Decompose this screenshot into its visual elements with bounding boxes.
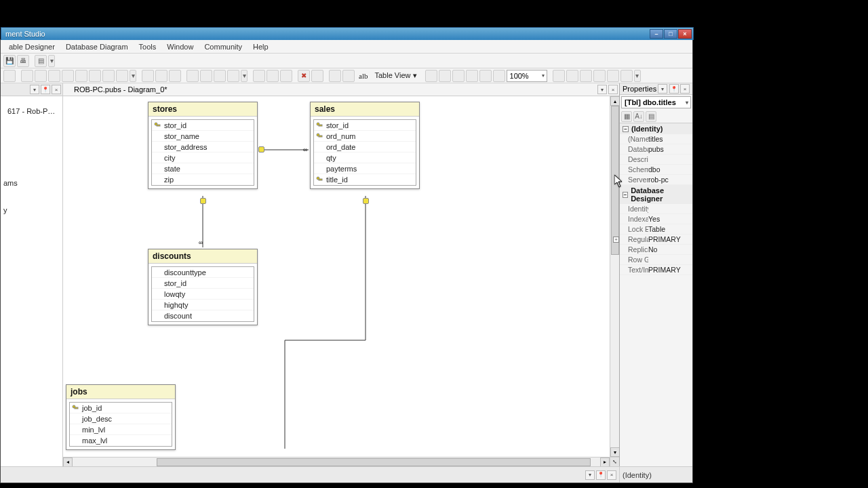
toolbar-btn[interactable] bbox=[142, 70, 154, 82]
column-discounttype[interactable]: discounttype bbox=[152, 267, 254, 278]
menu-table-designer[interactable]: able Designer bbox=[3, 41, 60, 52]
column-stor-id[interactable]: stor_id bbox=[152, 278, 254, 289]
categorized-icon[interactable]: ▦ bbox=[621, 111, 632, 122]
toolbar-btn[interactable] bbox=[466, 70, 478, 82]
close-icon[interactable]: × bbox=[607, 470, 616, 480]
menu-window[interactable]: Window bbox=[161, 41, 199, 52]
scroll-down-icon[interactable]: ▾ bbox=[610, 447, 620, 457]
column-lowqty[interactable]: lowqty bbox=[152, 289, 254, 300]
column-job-id[interactable]: job_id bbox=[70, 403, 172, 413]
dropdown-icon[interactable]: ▾ bbox=[634, 70, 641, 82]
column-stor-id[interactable]: stor_id bbox=[152, 120, 254, 131]
column-job-desc[interactable]: job_desc bbox=[70, 413, 172, 424]
column-title-id[interactable]: title_id bbox=[314, 174, 416, 185]
pin-icon[interactable]: 📍 bbox=[41, 85, 50, 94]
scroll-thumb[interactable] bbox=[611, 106, 619, 255]
dropdown-icon[interactable]: ▾ bbox=[241, 70, 248, 82]
property-server-name[interactable]: Server Nrob-pc bbox=[620, 175, 692, 185]
toolbar-btn[interactable] bbox=[3, 70, 16, 82]
pin-icon[interactable]: 📍 bbox=[669, 84, 679, 94]
column-highqty[interactable]: highqty bbox=[152, 300, 254, 310]
toolbar-btn[interactable] bbox=[493, 70, 505, 82]
toolbar-btn[interactable] bbox=[553, 70, 565, 82]
column-discount[interactable]: discount bbox=[152, 310, 254, 321]
toolbar-btn[interactable] bbox=[214, 70, 226, 82]
properties-object-selector[interactable]: [Tbl] dbo.titles bbox=[621, 96, 691, 108]
toolbar-btn[interactable] bbox=[227, 70, 239, 82]
toolbar-btn[interactable] bbox=[62, 70, 74, 82]
toolbar-btn[interactable] bbox=[116, 70, 128, 82]
table-jobs[interactable]: jobs job_id job_desc min_lvl max_lvl bbox=[66, 384, 176, 450]
scroll-right-icon[interactable]: ▸ bbox=[600, 458, 610, 467]
close-icon[interactable]: × bbox=[608, 85, 618, 94]
toolbar-btn[interactable] bbox=[580, 70, 592, 82]
toolbar-btn[interactable] bbox=[48, 70, 60, 82]
toolbar-btn[interactable] bbox=[607, 70, 619, 82]
menu-community[interactable]: Community bbox=[199, 41, 248, 52]
dropdown-icon[interactable]: ▾ bbox=[48, 55, 55, 67]
tree-node[interactable]: ams bbox=[1, 176, 62, 190]
close-button[interactable]: × bbox=[678, 29, 692, 39]
toolbar-btn[interactable] bbox=[452, 70, 465, 82]
collapse-icon[interactable]: − bbox=[623, 192, 628, 198]
horizontal-scrollbar[interactable]: ◂ ▸ bbox=[63, 457, 610, 466]
minimize-button[interactable]: – bbox=[650, 29, 663, 39]
table-title[interactable]: discounts bbox=[149, 249, 257, 264]
dropdown-icon[interactable]: ▾ bbox=[658, 84, 667, 94]
toolbar-btn[interactable] bbox=[329, 70, 341, 82]
toolbar-btn[interactable] bbox=[102, 70, 115, 82]
property-lock-escalation[interactable]: Lock EscTable bbox=[620, 224, 692, 235]
scroll-thumb[interactable] bbox=[157, 458, 591, 466]
toolbar-btn[interactable] bbox=[425, 70, 437, 82]
property-schema[interactable]: Schemadbo bbox=[620, 165, 692, 175]
tree-node[interactable]: y bbox=[1, 203, 62, 217]
document-tab[interactable]: ROB-PC.pubs - Diagram_0* ▾ × bbox=[63, 83, 619, 96]
property-group-designer[interactable]: − Database Designer bbox=[620, 185, 692, 204]
column-ord-date[interactable]: ord_date bbox=[314, 142, 416, 152]
vertical-scrollbar[interactable]: ▴ ▾ bbox=[610, 96, 619, 457]
property-text-image[interactable]: Text/ImPRIMARY bbox=[620, 265, 692, 275]
toolbar-btn[interactable] bbox=[200, 70, 212, 82]
scroll-corner[interactable]: ⤡ bbox=[610, 457, 619, 466]
toolbar-btn[interactable] bbox=[155, 70, 167, 82]
toolbar-btn[interactable] bbox=[593, 70, 606, 82]
table-view-dropdown[interactable]: Table View ▾ bbox=[372, 71, 419, 80]
toolbar-btn[interactable] bbox=[620, 70, 633, 82]
relation-endpoint-icon[interactable] bbox=[200, 198, 206, 204]
toolbar-btn[interactable] bbox=[75, 70, 87, 82]
menu-database-diagram[interactable]: Database Diagram bbox=[60, 41, 134, 52]
dropdown-icon[interactable]: ▾ bbox=[597, 85, 607, 94]
properties-icon[interactable]: ▤ bbox=[646, 111, 656, 122]
property-description[interactable]: Descript bbox=[620, 155, 692, 165]
column-stor-address[interactable]: stor_address bbox=[152, 142, 254, 152]
toolbar-btn[interactable] bbox=[439, 70, 451, 82]
property-replicated[interactable]: ReplicatNo bbox=[620, 245, 692, 255]
dropdown-icon[interactable]: ▾ bbox=[130, 70, 136, 82]
collapse-icon[interactable]: − bbox=[623, 126, 629, 132]
column-city[interactable]: city bbox=[152, 152, 254, 163]
dropdown-icon[interactable]: ▾ bbox=[585, 470, 595, 480]
menu-tools[interactable]: Tools bbox=[134, 41, 162, 52]
toolbar-btn[interactable] bbox=[566, 70, 578, 82]
toolbar-btn[interactable]: ✖ bbox=[298, 70, 310, 82]
property-regular[interactable]: +RegularPRIMARY bbox=[620, 235, 692, 245]
scroll-up-icon[interactable]: ▴ bbox=[610, 96, 620, 106]
column-stor-id[interactable]: stor_id bbox=[314, 120, 416, 131]
toolbar-btn[interactable] bbox=[311, 70, 323, 82]
relation-endpoint-icon[interactable] bbox=[363, 198, 369, 204]
column-qty[interactable]: qty bbox=[314, 152, 416, 163]
property-name[interactable]: (Name)titles bbox=[620, 134, 692, 144]
toolbar-btn[interactable] bbox=[21, 70, 33, 82]
toolbar-btn[interactable] bbox=[169, 70, 181, 82]
toolbar-btn[interactable] bbox=[186, 70, 199, 82]
column-payterms[interactable]: payterms bbox=[314, 163, 416, 174]
table-title[interactable]: jobs bbox=[66, 385, 175, 399]
zoom-combo[interactable]: 100% bbox=[507, 70, 547, 82]
property-group-identity[interactable]: − (Identity) bbox=[620, 123, 692, 134]
column-stor-name[interactable]: stor_name bbox=[152, 131, 254, 142]
column-state[interactable]: state bbox=[152, 163, 254, 174]
column-min-lvl[interactable]: min_lvl bbox=[70, 424, 172, 435]
table-title[interactable]: stores bbox=[149, 102, 257, 117]
maximize-button[interactable]: □ bbox=[664, 29, 677, 39]
toolbar-btn[interactable] bbox=[342, 70, 355, 82]
